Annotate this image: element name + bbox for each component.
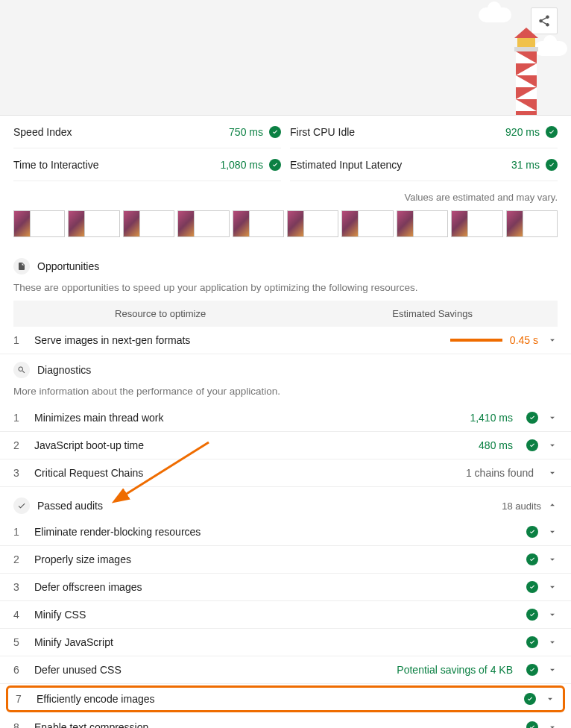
diagnostic-row[interactable]: 1 Minimizes main thread work 1,410 ms (0, 404, 571, 432)
pass-icon (526, 636, 538, 648)
chevron-down-icon (547, 335, 558, 345)
metric-value: 31 ms (511, 159, 558, 171)
metrics-panel: Speed Index 750 ms Time to Interactive 1… (0, 116, 571, 181)
pass-icon (526, 412, 538, 424)
metrics-col-left: Speed Index 750 ms Time to Interactive 1… (13, 116, 281, 181)
row-number: 1 (13, 334, 25, 346)
passed-audit-row[interactable]: 3 Defer offscreen images (0, 574, 571, 601)
pass-icon (526, 721, 538, 728)
chevron-down-icon (547, 412, 558, 423)
opportunities-description: These are opportunities to speed up your… (0, 279, 571, 301)
chevron-down-icon (547, 440, 558, 451)
passed-audit-title: Efficiently encode images (37, 693, 515, 705)
pass-icon (269, 159, 281, 171)
diagnostic-title: Minimizes main thread work (34, 412, 461, 424)
metrics-col-right: First CPU Idle 920 ms Estimated Input La… (290, 116, 558, 181)
pass-icon (526, 439, 538, 451)
pass-icon (546, 159, 558, 171)
metric-row: First CPU Idle 920 ms (290, 116, 558, 148)
chevron-down-icon (545, 694, 555, 704)
report-header (0, 0, 571, 116)
passed-count: 18 audits (502, 500, 558, 512)
passed-audit-value: Potential savings of 4 KB (397, 664, 513, 676)
passed-audit-row[interactable]: 2 Properly size images (0, 546, 571, 574)
diagnostics-title: Diagnostics (37, 364, 91, 376)
chevron-down-icon (547, 722, 558, 728)
diagnostic-row[interactable]: 2 JavaScript boot-up time 480 ms (0, 432, 571, 459)
passed-audit-title: Defer unused CSS (34, 664, 388, 676)
metric-label: First CPU Idle (290, 126, 355, 138)
diagnostic-value: 1,410 ms (470, 412, 513, 424)
savings-value: 0.45 s (510, 334, 538, 346)
opportunities-icon (13, 258, 30, 274)
check-icon (13, 498, 30, 514)
estimated-note: Values are estimated and may vary. (0, 181, 571, 210)
pass-icon (546, 126, 558, 138)
metric-row: Time to Interactive 1,080 ms (13, 148, 281, 181)
row-number: 2 (13, 439, 25, 451)
diagnostic-title: Critical Request Chains (34, 467, 457, 479)
passed-audit-row[interactable]: 4 Minify CSS (0, 601, 571, 629)
filmstrip-frame (397, 210, 448, 237)
search-icon (13, 362, 30, 378)
opp-col-resource: Resource to optimize (13, 301, 307, 327)
pass-icon (526, 609, 538, 621)
filmstrip-frame (451, 210, 502, 237)
chevron-down-icon (547, 609, 558, 620)
pass-icon (526, 581, 538, 593)
diagnostic-value: 480 ms (479, 439, 513, 451)
filmstrip-frame (68, 210, 119, 237)
passed-audits-header[interactable]: Passed audits 18 audits (0, 487, 571, 518)
row-number: 1 (13, 412, 25, 424)
metric-label: Estimated Input Latency (290, 159, 402, 171)
row-number: 3 (13, 467, 25, 479)
passed-title: Passed audits (37, 500, 103, 512)
svg-marker-1 (514, 28, 538, 38)
filmstrip-frame (123, 210, 174, 237)
filmstrip-frame (287, 210, 338, 237)
row-number: 4 (13, 609, 25, 621)
metric-value: 920 ms (505, 126, 558, 138)
metric-row: Speed Index 750 ms (13, 116, 281, 148)
pass-icon (269, 126, 281, 138)
diagnostic-title: JavaScript boot-up time (34, 439, 470, 451)
row-number: 5 (13, 636, 25, 648)
chevron-up-icon (547, 500, 558, 512)
passed-audit-row[interactable]: 5 Minify JavaScript (0, 629, 571, 656)
passed-audit-title: Eliminate render-blocking resources (34, 526, 517, 538)
opp-col-savings: Estimated Savings (307, 301, 558, 327)
metric-value: 1,080 ms (220, 159, 281, 171)
chevron-down-icon (547, 665, 558, 675)
chevron-down-icon (547, 637, 558, 647)
opportunities-header: Opportunities (0, 251, 571, 279)
savings-bar-wrap: 0.45 s (426, 334, 538, 346)
passed-audit-row[interactable]: 1 Eliminate render-blocking resources (0, 518, 571, 546)
chevron-down-icon (547, 582, 558, 592)
filmstrip-frame (233, 210, 284, 237)
svg-rect-0 (517, 38, 535, 47)
passed-audit-title: Properly size images (34, 553, 517, 565)
passed-audit-row-highlighted[interactable]: 7 Efficiently encode images (6, 685, 565, 712)
chevron-down-icon (547, 554, 558, 565)
lighthouse-illustration (504, 23, 549, 116)
passed-audit-row[interactable]: 6 Defer unused CSS Potential savings of … (0, 656, 571, 684)
opportunity-row[interactable]: 1 Serve images in next-gen formats 0.45 … (0, 327, 571, 354)
diagnostics-description: More information about the performance o… (0, 383, 571, 404)
metric-label: Time to Interactive (13, 159, 99, 171)
diagnostic-value: 1 chains found (466, 467, 534, 479)
row-number: 6 (13, 664, 25, 676)
passed-audit-title: Defer offscreen images (34, 581, 517, 593)
passed-audit-title: Minify JavaScript (34, 636, 517, 648)
row-number: 8 (13, 721, 25, 728)
filmstrip (0, 210, 571, 251)
pass-icon (526, 664, 538, 676)
metric-value: 750 ms (229, 126, 281, 138)
row-number: 7 (16, 693, 28, 705)
metric-row: Estimated Input Latency 31 ms (290, 148, 558, 181)
opportunities-title: Opportunities (37, 260, 99, 272)
row-number: 2 (13, 553, 25, 565)
diagnostic-row[interactable]: 3 Critical Request Chains 1 chains found (0, 459, 571, 487)
pass-icon (526, 526, 538, 538)
filmstrip-frame (177, 210, 229, 237)
passed-audit-row[interactable]: 8 Enable text compression (0, 714, 571, 728)
